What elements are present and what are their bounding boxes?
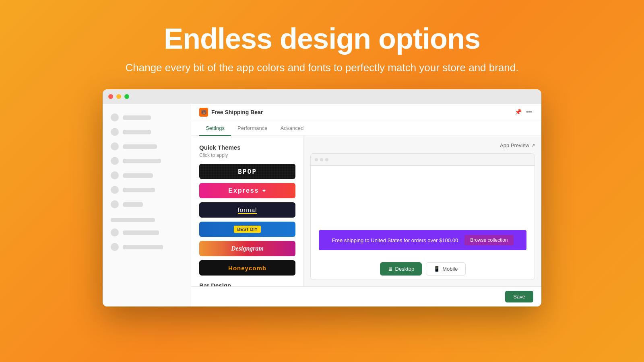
preview-dot-2 bbox=[320, 158, 323, 161]
save-bar: Save bbox=[191, 286, 541, 306]
theme-honeycomb[interactable]: Honeycomb bbox=[199, 260, 295, 276]
sidebar-section-label bbox=[111, 218, 155, 222]
sidebar-item-apps[interactable] bbox=[103, 197, 191, 212]
shipping-bar: Free shipping to United States for order… bbox=[319, 230, 526, 250]
desktop-button[interactable]: 🖥 Desktop bbox=[380, 262, 422, 276]
theme-bpop[interactable]: BPOP bbox=[199, 164, 295, 179]
tab-performance[interactable]: Performance bbox=[231, 121, 274, 136]
traffic-light-yellow[interactable] bbox=[116, 94, 121, 99]
content-area: Quick Themes Click to apply BPOP Express… bbox=[191, 136, 541, 286]
theme-formal-label: formal bbox=[238, 206, 257, 214]
sidebar-label-online-store bbox=[123, 230, 159, 235]
tab-advanced[interactable]: Advanced bbox=[274, 121, 310, 136]
pos-icon bbox=[111, 243, 119, 251]
sidebar-item-discounts[interactable] bbox=[103, 183, 191, 197]
sidebar bbox=[103, 104, 191, 306]
preview-header: App Preview ↗ bbox=[310, 142, 535, 148]
theme-bestdiy-label: BEST DIY bbox=[234, 226, 261, 233]
bar-design-section: Bar Design Top color bbox=[199, 282, 295, 286]
preview-dot-3 bbox=[325, 158, 328, 161]
theme-designgram-label: Designgram bbox=[231, 245, 264, 252]
quick-themes-title: Quick Themes bbox=[199, 144, 295, 151]
sidebar-label-products bbox=[123, 144, 157, 149]
desktop-label: Desktop bbox=[395, 266, 415, 272]
preview-content: Free shipping to United States for order… bbox=[311, 166, 535, 258]
desktop-icon: 🖥 bbox=[388, 266, 393, 272]
sidebar-label-orders bbox=[123, 130, 151, 134]
theme-bpop-label: BPOP bbox=[238, 168, 257, 175]
sidebar-item-home[interactable] bbox=[103, 110, 191, 125]
browser-window: 🐻 Free Shipping Bear 📌 ••• Settings Perf… bbox=[103, 89, 541, 306]
app-name-label: Free Shipping Bear bbox=[211, 109, 263, 115]
quick-themes-subtitle: Click to apply bbox=[199, 152, 295, 158]
sidebar-item-pos[interactable] bbox=[103, 240, 191, 254]
more-icon[interactable]: ••• bbox=[526, 109, 533, 116]
hero-subtitle: Change every bit of the app colors and f… bbox=[125, 62, 518, 74]
sidebar-label-analytics bbox=[123, 173, 153, 178]
theme-express-label: Express bbox=[228, 187, 259, 194]
discounts-icon bbox=[111, 186, 119, 194]
browser-titlebar bbox=[103, 89, 541, 104]
app-preview-link[interactable]: App Preview ↗ bbox=[500, 142, 535, 148]
sidebar-item-online-store[interactable] bbox=[103, 225, 191, 240]
theme-express[interactable]: Express ✦ bbox=[199, 183, 295, 198]
home-icon bbox=[111, 113, 119, 121]
hero-title: Endless design options bbox=[164, 22, 480, 55]
online-store-icon bbox=[111, 228, 119, 237]
sidebar-label-pos bbox=[123, 245, 163, 249]
products-icon bbox=[111, 142, 119, 150]
right-panel: App Preview ↗ Free shipping to Unit bbox=[304, 136, 541, 286]
theme-formal[interactable]: formal bbox=[199, 202, 295, 218]
traffic-light-red[interactable] bbox=[108, 94, 113, 99]
left-panel: Quick Themes Click to apply BPOP Express… bbox=[191, 136, 304, 286]
external-link-icon: ↗ bbox=[531, 143, 535, 148]
preview-browser: Free shipping to United States for order… bbox=[310, 153, 535, 280]
theme-designgram[interactable]: Designgram bbox=[199, 241, 295, 256]
preview-browser-bar bbox=[311, 154, 535, 166]
pin-icon[interactable]: 📌 bbox=[515, 109, 522, 116]
app-icon: 🐻 bbox=[199, 108, 208, 117]
traffic-light-green[interactable] bbox=[124, 94, 129, 99]
sidebar-item-analytics[interactable] bbox=[103, 168, 191, 183]
theme-bestdiy[interactable]: BEST DIY bbox=[199, 222, 295, 237]
header-actions: 📌 ••• bbox=[515, 109, 533, 116]
sidebar-item-customers[interactable] bbox=[103, 154, 191, 168]
sidebar-item-orders[interactable] bbox=[103, 125, 191, 139]
preview-footer: 🖥 Desktop 📱 Mobile bbox=[311, 258, 535, 280]
main-panel: 🐻 Free Shipping Bear 📌 ••• Settings Perf… bbox=[191, 104, 541, 306]
app-header: 🐻 Free Shipping Bear 📌 ••• bbox=[191, 104, 541, 121]
sidebar-label-discounts bbox=[123, 188, 155, 192]
sidebar-label-apps bbox=[123, 202, 143, 207]
mobile-button[interactable]: 📱 Mobile bbox=[426, 262, 465, 276]
theme-honeycomb-label: Honeycomb bbox=[228, 265, 266, 272]
sidebar-label-home bbox=[123, 115, 151, 120]
mobile-label: Mobile bbox=[442, 266, 458, 272]
browse-collection-button[interactable]: Browse collection bbox=[464, 235, 513, 245]
app-title-area: 🐻 Free Shipping Bear bbox=[199, 108, 263, 117]
apps-icon bbox=[111, 200, 119, 208]
sidebar-label-customers bbox=[123, 159, 161, 163]
app-preview-label: App Preview bbox=[500, 142, 529, 148]
browser-content: 🐻 Free Shipping Bear 📌 ••• Settings Perf… bbox=[103, 104, 541, 306]
tab-settings[interactable]: Settings bbox=[199, 121, 231, 136]
bar-design-title: Bar Design bbox=[199, 282, 295, 286]
shipping-bar-text: Free shipping to United States for order… bbox=[332, 237, 458, 243]
tabs-bar: Settings Performance Advanced bbox=[191, 121, 541, 136]
mobile-icon: 📱 bbox=[433, 266, 440, 272]
save-button[interactable]: Save bbox=[505, 291, 533, 302]
orders-icon bbox=[111, 128, 119, 136]
preview-dot-1 bbox=[315, 158, 318, 161]
customers-icon bbox=[111, 157, 119, 165]
analytics-icon bbox=[111, 171, 119, 179]
sidebar-item-products[interactable] bbox=[103, 139, 191, 154]
